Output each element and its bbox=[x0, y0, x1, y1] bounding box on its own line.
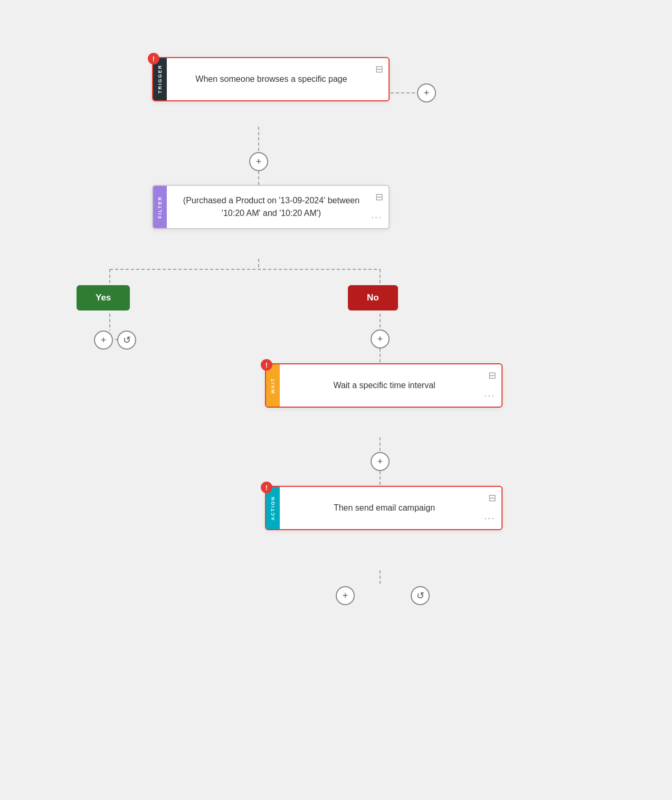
trigger-strip: TRIGGER bbox=[153, 58, 167, 100]
add-btn-after-trigger[interactable]: + bbox=[249, 152, 268, 171]
no-add-button[interactable]: + bbox=[371, 330, 390, 349]
wait-strip: WAIT bbox=[266, 364, 280, 407]
action-add-button[interactable]: + bbox=[336, 586, 355, 605]
wait-body: ⊟ Wait a specific time interval ··· bbox=[280, 364, 501, 407]
trigger-text: When someone browses a specific page bbox=[175, 73, 367, 86]
trigger-body: ⊟ When someone browses a specific page bbox=[167, 58, 389, 100]
wait-node[interactable]: ! WAIT ⊟ Wait a specific time interval ·… bbox=[265, 363, 503, 408]
add-btn-after-wait[interactable]: + bbox=[371, 452, 390, 471]
action-body: ⊟ Then send email campaign ··· bbox=[280, 487, 501, 529]
filter-text: (Purchased a Product on '13-09-2024' bet… bbox=[175, 194, 367, 220]
no-branch-button[interactable]: No bbox=[348, 285, 398, 310]
filter-menu-dots[interactable]: ··· bbox=[371, 212, 382, 223]
wait-menu-dots[interactable]: ··· bbox=[484, 390, 495, 401]
action-text: Then send email campaign bbox=[288, 502, 480, 514]
trigger-note-icon[interactable]: ⊟ bbox=[375, 63, 383, 75]
action-node[interactable]: ! ACTION ⊟ Then send email campaign ··· bbox=[265, 486, 503, 530]
action-note-icon[interactable]: ⊟ bbox=[488, 492, 496, 504]
action-menu-dots[interactable]: ··· bbox=[484, 513, 495, 524]
trigger-node[interactable]: ! TRIGGER ⊟ When someone browses a speci… bbox=[152, 57, 390, 101]
wait-note-icon[interactable]: ⊟ bbox=[488, 370, 496, 381]
action-error-badge: ! bbox=[261, 482, 272, 493]
filter-node[interactable]: FILTER ⊟ (Purchased a Product on '13-09-… bbox=[152, 185, 390, 229]
action-strip: ACTION bbox=[266, 487, 280, 529]
yes-branch-button[interactable]: Yes bbox=[77, 285, 130, 310]
wait-text: Wait a specific time interval bbox=[288, 379, 480, 392]
trigger-error-badge: ! bbox=[148, 53, 159, 64]
yes-refresh-button[interactable]: ↺ bbox=[117, 331, 136, 350]
filter-body: ⊟ (Purchased a Product on '13-09-2024' b… bbox=[167, 186, 389, 228]
yes-add-button[interactable]: + bbox=[94, 331, 113, 350]
filter-strip: FILTER bbox=[153, 186, 167, 228]
workflow-canvas: ! TRIGGER ⊟ When someone browses a speci… bbox=[0, 0, 672, 800]
wait-error-badge: ! bbox=[261, 359, 272, 371]
filter-note-icon[interactable]: ⊟ bbox=[375, 191, 383, 203]
action-refresh-button[interactable]: ↺ bbox=[411, 586, 430, 605]
trigger-right-add-button[interactable]: + bbox=[417, 83, 436, 102]
